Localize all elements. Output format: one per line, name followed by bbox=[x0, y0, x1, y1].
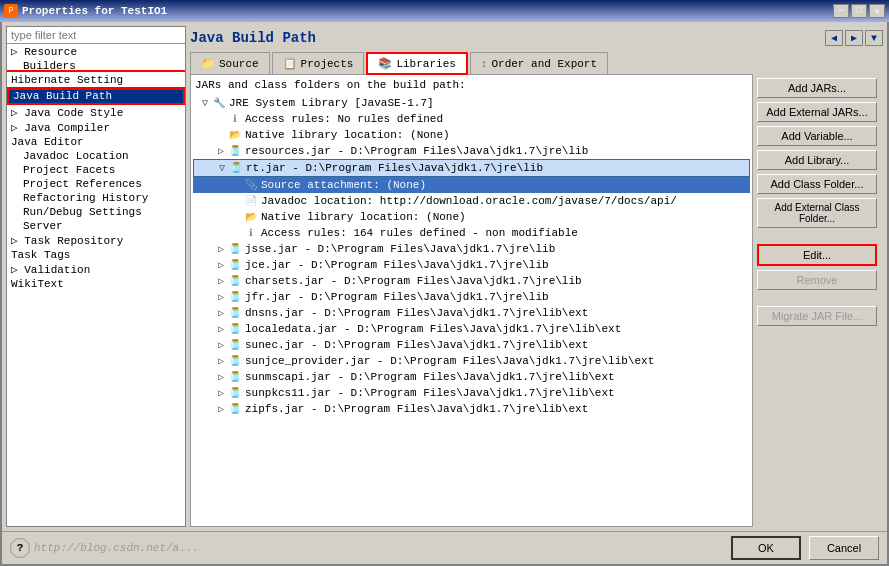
maximize-button[interactable]: □ bbox=[851, 4, 867, 18]
main-panel: Java Build Path ◀ ▶ ▼ 📁 Source 📋 Project… bbox=[190, 26, 883, 527]
nav-menu-button[interactable]: ▼ bbox=[865, 30, 883, 46]
tree-item-access-164: ℹ Access rules: 164 rules defined - non … bbox=[193, 225, 750, 241]
sidebar-item-java-compiler[interactable]: ▷ Java Compiler bbox=[7, 120, 185, 135]
tree-item-zipfs[interactable]: ▷ 🫙 zipfs.jar - D:\Program Files\Java\jd… bbox=[193, 401, 750, 417]
nav-forward-button[interactable]: ▶ bbox=[845, 30, 863, 46]
add-jars-button[interactable]: Add JARs... bbox=[757, 78, 877, 98]
sidebar-item-wikitext[interactable]: WikiText bbox=[7, 277, 185, 291]
tree-item-native-lib2: 📂 Native library location: (None) bbox=[193, 209, 750, 225]
projects-tab-icon: 📋 bbox=[283, 57, 297, 70]
nav-arrows: ◀ ▶ ▼ bbox=[825, 30, 883, 46]
add-class-folder-button[interactable]: Add Class Folder... bbox=[757, 174, 877, 194]
sunpkcs11-icon: 🫙 bbox=[227, 386, 243, 400]
tree-item-jfr[interactable]: ▷ 🫙 jfr.jar - D:\Program Files\Java\jdk1… bbox=[193, 289, 750, 305]
sidebar-item-task-tags[interactable]: Task Tags bbox=[7, 248, 185, 262]
sidebar-item-java-code-style[interactable]: ▷ Java Code Style bbox=[7, 105, 185, 120]
order-tab-icon: ↕ bbox=[481, 58, 488, 70]
tree-item-sunec[interactable]: ▷ 🫙 sunec.jar - D:\Program Files\Java\jd… bbox=[193, 337, 750, 353]
tab-source[interactable]: 📁 Source bbox=[190, 52, 270, 75]
sidebar-item-resource[interactable]: ▷ Resource bbox=[7, 44, 185, 59]
jre-lib-icon: 🔧 bbox=[211, 96, 227, 110]
tab-content-area: JARs and class folders on the build path… bbox=[190, 74, 883, 527]
help-button[interactable]: ? bbox=[10, 538, 30, 558]
tab-projects[interactable]: 📋 Projects bbox=[272, 52, 365, 75]
bottom-left: ? http://blog.csdn.net/a... bbox=[10, 538, 199, 558]
title-icon: P bbox=[4, 4, 18, 18]
sidebar-item-project-refs[interactable]: Project References bbox=[7, 177, 185, 191]
add-library-button[interactable]: Add Library... bbox=[757, 150, 877, 170]
close-button[interactable]: ✕ bbox=[869, 4, 885, 18]
dialog: ▷ Resource Builders Hibernate Setting Ja… bbox=[0, 22, 889, 566]
sidebar-item-refactoring[interactable]: Refactoring History bbox=[7, 191, 185, 205]
ok-button[interactable]: OK bbox=[731, 536, 801, 560]
watermark-text: http://blog.csdn.net/a... bbox=[34, 542, 199, 554]
separator bbox=[757, 232, 879, 240]
window-controls[interactable]: — □ ✕ bbox=[833, 4, 885, 18]
add-variable-button[interactable]: Add Variable... bbox=[757, 126, 877, 146]
sidebar-item-builders[interactable]: Builders bbox=[7, 59, 185, 73]
tree-item-jce[interactable]: ▷ 🫙 jce.jar - D:\Program Files\Java\jdk1… bbox=[193, 257, 750, 273]
title-text: Properties for TestIO1 bbox=[22, 5, 833, 17]
tree-item-jre-root[interactable]: ▽ 🔧 JRE System Library [JavaSE-1.7] bbox=[193, 95, 750, 111]
tree-item-sunpkcs11[interactable]: ▷ 🫙 sunpkcs11.jar - D:\Program Files\Jav… bbox=[193, 385, 750, 401]
right-buttons-panel: Add JARs... Add External JARs... Add Var… bbox=[753, 74, 883, 527]
jfr-icon: 🫙 bbox=[227, 290, 243, 304]
tree-item-jsse[interactable]: ▷ 🫙 jsse.jar - D:\Program Files\Java\jdk… bbox=[193, 241, 750, 257]
tree-item-dnsns[interactable]: ▷ 🫙 dnsns.jar - D:\Program Files\Java\jd… bbox=[193, 305, 750, 321]
jsse-icon: 🫙 bbox=[227, 242, 243, 256]
panel-title-area: Java Build Path ◀ ▶ ▼ bbox=[190, 26, 883, 52]
sidebar-item-java-editor[interactable]: Java Editor bbox=[7, 135, 185, 149]
tab-libraries[interactable]: 📚 Libraries bbox=[366, 52, 467, 75]
native-lib-icon: 📂 bbox=[227, 128, 243, 142]
remove-button[interactable]: Remove bbox=[757, 270, 877, 290]
migrate-jar-button[interactable]: Migrate JAR File... bbox=[757, 306, 877, 326]
sunjce-icon: 🫙 bbox=[227, 354, 243, 368]
tree-panel: JARs and class folders on the build path… bbox=[191, 75, 752, 526]
tab-libraries-label: Libraries bbox=[396, 58, 455, 70]
panel-title-text: Java Build Path bbox=[190, 30, 316, 46]
dnsns-icon: 🫙 bbox=[227, 306, 243, 320]
tab-content: JARs and class folders on the build path… bbox=[190, 74, 753, 527]
nav-back-button[interactable]: ◀ bbox=[825, 30, 843, 46]
sidebar-item-javadoc[interactable]: Javadoc Location bbox=[7, 149, 185, 163]
sidebar-item-task-repo[interactable]: ▷ Task Repository bbox=[7, 233, 185, 248]
sunmscapi-icon: 🫙 bbox=[227, 370, 243, 384]
native-lib2-icon: 📂 bbox=[243, 210, 259, 224]
source-attach-icon: 📎 bbox=[243, 178, 259, 192]
sidebar-item-run-debug[interactable]: Run/Debug Settings bbox=[7, 205, 185, 219]
sidebar-item-server[interactable]: Server bbox=[7, 219, 185, 233]
sidebar-item-hibernate[interactable]: Hibernate Setting bbox=[7, 73, 185, 87]
content-area: ▷ Resource Builders Hibernate Setting Ja… bbox=[2, 22, 887, 531]
tree-item-localedata[interactable]: ▷ 🫙 localedata.jar - D:\Program Files\Ja… bbox=[193, 321, 750, 337]
tree-item-resources-jar[interactable]: ▷ 🫙 resources.jar - D:\Program Files\Jav… bbox=[193, 143, 750, 159]
tree-item-sunmscapi[interactable]: ▷ 🫙 sunmscapi.jar - D:\Program Files\Jav… bbox=[193, 369, 750, 385]
cancel-button[interactable]: Cancel bbox=[809, 536, 879, 560]
sunec-icon: 🫙 bbox=[227, 338, 243, 352]
tab-order-export[interactable]: ↕ Order and Export bbox=[470, 52, 608, 75]
sidebar-item-validation[interactable]: ▷ Validation bbox=[7, 262, 185, 277]
access-rules-icon: ℹ bbox=[227, 112, 243, 126]
charsets-icon: 🫙 bbox=[227, 274, 243, 288]
tree-item-javadoc-loc: 📄 Javadoc location: http://download.orac… bbox=[193, 193, 750, 209]
tree-description: JARs and class folders on the build path… bbox=[193, 77, 750, 95]
minimize-button[interactable]: — bbox=[833, 4, 849, 18]
bottom-right: OK Cancel bbox=[731, 536, 879, 560]
add-external-class-folder-button[interactable]: Add External Class Folder... bbox=[757, 198, 877, 228]
access-164-icon: ℹ bbox=[243, 226, 259, 240]
separator2 bbox=[757, 294, 879, 302]
tree-item-source-attachment[interactable]: 📎 Source attachment: (None) bbox=[193, 177, 750, 193]
sidebar: ▷ Resource Builders Hibernate Setting Ja… bbox=[6, 26, 186, 527]
tab-order-export-label: Order and Export bbox=[491, 58, 597, 70]
edit-button[interactable]: Edit... bbox=[757, 244, 877, 266]
sidebar-item-java-build-path[interactable]: Java Build Path bbox=[7, 87, 185, 105]
javadoc-loc-icon: 📄 bbox=[243, 194, 259, 208]
tree-item-access-rules: ℹ Access rules: No rules defined bbox=[193, 111, 750, 127]
sidebar-item-project-facets[interactable]: Project Facets bbox=[7, 163, 185, 177]
filter-input[interactable] bbox=[7, 27, 185, 44]
add-external-jars-button[interactable]: Add External JARs... bbox=[757, 102, 877, 122]
tree-item-sunjce[interactable]: ▷ 🫙 sunjce_provider.jar - D:\Program Fil… bbox=[193, 353, 750, 369]
bottom-bar: ? http://blog.csdn.net/a... OK Cancel bbox=[2, 531, 887, 564]
tree-item-rt-jar[interactable]: ▽ 🫙 rt.jar - D:\Program Files\Java\jdk1.… bbox=[193, 159, 750, 177]
tabs: 📁 Source 📋 Projects 📚 Libraries ↕ Order … bbox=[190, 52, 883, 75]
tree-item-charsets[interactable]: ▷ 🫙 charsets.jar - D:\Program Files\Java… bbox=[193, 273, 750, 289]
